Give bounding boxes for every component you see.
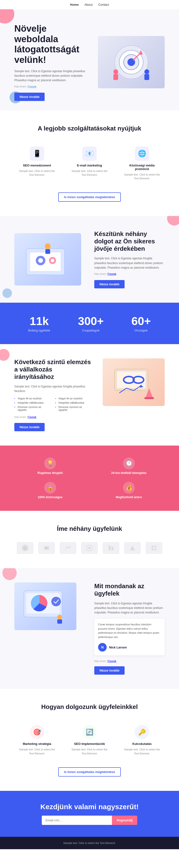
- service-icon-social: 🌐: [135, 147, 149, 161]
- about-body: Sample text. Click to Egestas egestas fr…: [94, 256, 165, 270]
- client-logo-6: [124, 542, 141, 554]
- stat-countries-number: 60+: [131, 315, 151, 328]
- next-cta-button[interactable]: Nézze tovább: [14, 423, 45, 431]
- svg-point-42: [57, 615, 62, 619]
- how-section: Hogyan dolgozunk ügyfeleinkkel 🎯 Marketi…: [0, 689, 179, 791]
- client-logo-2: C: [38, 542, 55, 554]
- service-icon-seo: 📱: [30, 147, 44, 161]
- next-level-section: Következő szintű elemzés a vállalkozás i…: [0, 344, 179, 446]
- services-section: A legjobb szolgáltatásokat nyújtjuk 📱 SE…: [0, 111, 179, 216]
- hero-photo-credit: Kép innen: Freepik: [14, 85, 90, 89]
- testimonial-quote-text: Curae tempus suspendisse faucibus interd…: [98, 622, 161, 639]
- author-avatar: N: [98, 643, 107, 652]
- svg-point-15: [51, 259, 54, 262]
- how-icon-keys: 🔑: [135, 725, 149, 739]
- navigation: Home About Contact: [0, 0, 179, 9]
- client-logo-7: [146, 542, 162, 554]
- stat-clients: 11k Boldog ügyfelek: [28, 315, 50, 332]
- about-heading: Készítünk néhány dolgot az Ön sikeres jö…: [94, 230, 165, 253]
- next-photo-link[interactable]: Freepik: [28, 415, 36, 418]
- how-more-button[interactable]: Is Innen szolgáltatás megtekintése: [58, 767, 121, 777]
- about-svg: [22, 239, 74, 280]
- next-list-item-1: Vegye fel az eszközt: [14, 397, 50, 400]
- about-cta-button[interactable]: Nézze tovább: [94, 280, 125, 288]
- cta-input-row: Regisztrálj: [42, 816, 137, 825]
- clients-title: Íme néhány ügyfelünk: [14, 525, 165, 532]
- svg-text:C: C: [46, 547, 47, 549]
- services-btn-container: Is Innen szolgáltatás megtekintése: [14, 192, 165, 202]
- services-more-button[interactable]: Is Innen szolgáltatás megtekintése: [58, 192, 121, 202]
- clients-section: Íme néhány ügyfelünk C C: [0, 511, 179, 568]
- svg-rect-37: [154, 549, 156, 550]
- feature-secure: 🔒 100% biztonságos: [14, 482, 86, 499]
- stat-team-number: 300+: [78, 315, 104, 328]
- features-section: 💡 Rugalmas tényjelű 🕐 24-óra dedikált tá…: [0, 445, 179, 511]
- about-photo-link[interactable]: Freepik: [108, 272, 117, 275]
- how-body-seo[interactable]: Sample text. Click to select the Text El…: [70, 747, 109, 755]
- how-body-marketing[interactable]: Sample text. Click to select the Text El…: [17, 747, 57, 755]
- cta-section: Kezdjünk valami nagyszerűt! Regisztrálj: [0, 791, 179, 837]
- testimonial-photo-link[interactable]: Freepik: [108, 660, 117, 662]
- svg-rect-23: [145, 397, 154, 399]
- feature-icon-support: 🕐: [123, 458, 135, 469]
- service-icon-email: 📧: [82, 147, 97, 161]
- stat-clients-label: Boldog ügyfelek: [28, 329, 50, 332]
- hero-photo-link[interactable]: Freepik: [28, 85, 36, 88]
- svg-rect-7: [145, 74, 149, 80]
- testimonial-image: [14, 583, 85, 630]
- hero-cta-button[interactable]: Nézze tovább: [14, 93, 45, 101]
- feature-label-secure: 100% biztonságos: [38, 496, 62, 499]
- hero-heading: Növelje weboldala látogatottságát velünk…: [14, 24, 90, 65]
- stat-countries-label: Országok: [131, 329, 151, 332]
- service-body-social[interactable]: Sample text. Click to select the Text El…: [123, 173, 161, 181]
- next-list-item-2: Vegye fel az eszközt: [55, 397, 91, 400]
- about-section: Készítünk néhány dolgot az Ön sikeres jö…: [0, 216, 179, 303]
- client-logo-4: [81, 542, 98, 554]
- how-body-keys[interactable]: Sample text. Click to select the Text El…: [122, 747, 162, 755]
- feature-icon-secure: 🔒: [44, 482, 56, 494]
- svg-rect-9: [113, 74, 118, 80]
- svg-rect-17: [45, 249, 50, 254]
- hero-text: Növelje weboldala látogatottságát velünk…: [14, 24, 90, 101]
- feature-price: 💰 Megfizethető árterv: [93, 482, 165, 499]
- testimonial-section: Mit mondanak az ügyfelek Sample text. Cl…: [0, 568, 179, 689]
- clients-logos: C C: [14, 542, 165, 554]
- service-body-seo[interactable]: Sample text. Click to select the Text El…: [18, 169, 56, 177]
- svg-point-30: [88, 547, 91, 549]
- next-heading: Következő szintű elemzés a vállalkozás i…: [14, 359, 91, 381]
- svg-point-8: [113, 69, 118, 74]
- svg-point-6: [145, 69, 149, 74]
- hero-section: Növelje weboldala látogatottságát velünk…: [0, 9, 179, 111]
- svg-point-16: [45, 243, 51, 249]
- svg-rect-32: [111, 547, 113, 550]
- feature-label-flexible: Rugalmas tényjelű: [37, 471, 63, 474]
- nav-about[interactable]: About: [84, 3, 93, 6]
- cta-heading: Kezdjünk valami nagyszerűt!: [14, 803, 165, 811]
- stat-countries: 60+ Országok: [131, 315, 151, 332]
- testimonial-cta-button[interactable]: Nézze tovább: [94, 666, 125, 675]
- how-grid: 🎯 Marketing stratégia Sample text. Click…: [14, 720, 165, 760]
- next-level-text: Következő szintű elemzés a vállalkozás i…: [14, 359, 91, 432]
- nav-home[interactable]: Home: [70, 3, 79, 6]
- feature-label-price: Megfizethető árterv: [116, 496, 142, 499]
- client-logo-1: C: [17, 542, 33, 554]
- next-illustration: [103, 359, 165, 406]
- next-body: Sample text. Click to Egestas egestas fr…: [14, 384, 91, 394]
- how-btn-container: Is Innen szolgáltatás megtekintése: [14, 767, 165, 777]
- next-photo-credit: Kép innen: Freepik: [14, 415, 91, 420]
- svg-rect-35: [154, 546, 156, 548]
- service-body-email[interactable]: Sample text. Click to select the Text El…: [71, 169, 108, 177]
- svg-point-13: [38, 258, 43, 263]
- cta-submit-button[interactable]: Regisztrálj: [112, 816, 137, 825]
- next-list-item-6: Kövesse nyomon az ügyjelei: [55, 406, 91, 411]
- next-list-item-4: Integritás vállalkozása: [55, 401, 91, 404]
- nav-contact[interactable]: Contact: [98, 3, 109, 6]
- next-svg: [107, 362, 160, 402]
- testi-deco-1: [2, 568, 17, 580]
- about-text: Készítünk néhány dolgot az Ön sikeres jö…: [94, 230, 165, 288]
- testimonial-heading: Mit mondanak az ügyfelek: [94, 583, 165, 597]
- cta-email-input[interactable]: [42, 816, 112, 825]
- footer: Sample text. Click to select the Text El…: [0, 837, 179, 849]
- next-list-item-3: Integritás vállalkozása: [14, 401, 50, 404]
- svg-point-41: [51, 597, 61, 606]
